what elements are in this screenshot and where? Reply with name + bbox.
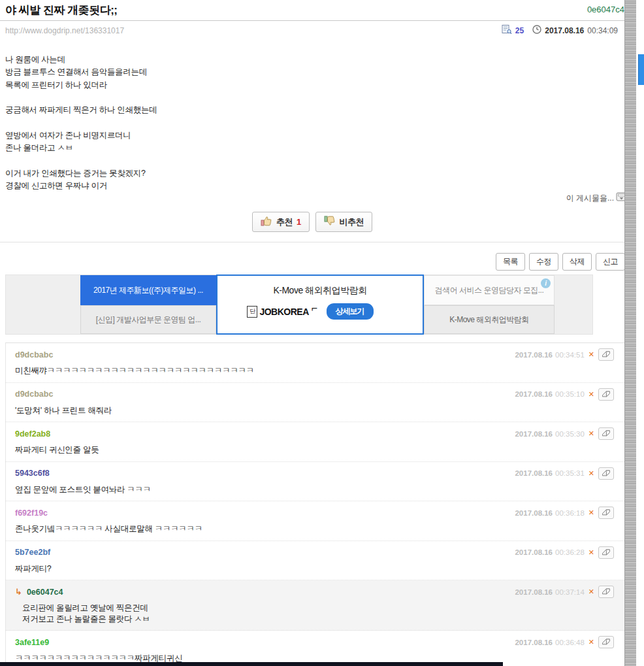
- post-meta-bar: http://www.dogdrip.net/136331017 25 2017…: [0, 20, 624, 37]
- ad-center[interactable]: K-Move 해외취업박람회 단 JOBKOREA ⌐ 상세보기: [216, 275, 424, 335]
- comment-meta: 2017.08.16 00:36:48 ✕: [515, 636, 614, 648]
- comment-head: ↳ 3afe11e9 2017.08.16 00:36:48 ✕: [15, 637, 614, 648]
- eraser-icon: [602, 548, 611, 558]
- comment-time: 00:36:18: [555, 509, 585, 517]
- comment-time: 00:36:48: [555, 639, 585, 646]
- comment-time: 00:37:14: [555, 588, 585, 596]
- post-author-id[interactable]: 0e6047c4: [587, 5, 624, 14]
- post-page: 야 씨발 진짜 개좆됫다;; 0e6047c4 http://www.dogdr…: [0, 0, 644, 666]
- post-time: 00:34:09: [587, 26, 618, 35]
- ad-right-bottom[interactable]: K-Move 해외취업박람회: [424, 305, 555, 334]
- eraser-icon: [602, 508, 611, 518]
- eraser-icon: [602, 390, 611, 399]
- comment-head: ↳ 5b7ee2bf 2017.08.16 00:36:28 ✕: [15, 547, 614, 558]
- jobkorea-logo: 단 JOBKOREA ⌐: [247, 306, 317, 318]
- share-post-label: 이 게시물을...: [566, 193, 614, 204]
- post-url[interactable]: http://www.dogdrip.net/136331017: [0, 26, 124, 35]
- comment-delete-x[interactable]: ✕: [587, 508, 596, 517]
- post-body-text: 나 원룸에 사는데 방금 블르투스 연결해서 음악들을려는데 목록에 프린터기 …: [5, 54, 462, 192]
- edit-button[interactable]: 수정: [529, 253, 558, 271]
- comment-row: ↳ d9dcbabc 2017.08.16 00:35:10 ✕ '도망쳐' 하…: [6, 383, 624, 423]
- ad-center-title: K-Move 해외취업박람회: [273, 285, 366, 297]
- info-icon[interactable]: i: [541, 278, 551, 288]
- comment-list: ↳ d9dcbabc 2017.08.16 00:34:51 ✕ 미친쌔꺄ㅋㅋㅋ…: [5, 342, 624, 666]
- comment-meta: 2017.08.16 00:37:14 ✕: [515, 586, 614, 598]
- comment-delete-x[interactable]: ✕: [587, 548, 596, 557]
- comment-author[interactable]: 3afe11e9: [15, 638, 49, 647]
- comment-delete-x[interactable]: ✕: [587, 429, 596, 438]
- comment-date: 2017.08.16: [515, 351, 553, 359]
- downvote-button[interactable]: 비추천: [315, 212, 373, 232]
- comment-author[interactable]: 5b7ee2bf: [15, 548, 50, 557]
- ad-detail-button[interactable]: 상세보기: [327, 303, 374, 320]
- report-button[interactable]: 신고: [596, 253, 625, 271]
- eraser-icon: [602, 429, 611, 439]
- comment-text: 옆집 문앞에 포스트잇 붙여놔라 ㅋㅋㅋ: [15, 484, 614, 495]
- comment-text: 짜파게티 귀신인줄 알듯: [15, 444, 614, 456]
- comment-row: ↳ d9dcbabc 2017.08.16 00:34:51 ✕ 미친쌔꺄ㅋㅋㅋ…: [6, 343, 624, 383]
- comment-eraser-button[interactable]: [598, 467, 614, 480]
- comment-text: 요리판에 올릴려고 옛날에 찍은건데 저거보고 존나 놀랄줄은 몰랏다 ㅅㅂ: [15, 603, 614, 624]
- comment-eraser-button[interactable]: [598, 348, 614, 361]
- share-post-link[interactable]: 이 게시물을...: [566, 192, 627, 204]
- ad-right-top-label: 검색어 서비스 운영담당자 모집...: [435, 285, 544, 296]
- comment-head: ↳ 0e6047c4 2017.08.16 00:37:14 ✕: [15, 586, 614, 597]
- comment-count[interactable]: 25: [515, 26, 524, 35]
- comment-author[interactable]: d9dcbabc: [15, 350, 53, 359]
- comment-author[interactable]: 0e6047c4: [27, 588, 63, 597]
- comment-date: 2017.08.16: [515, 390, 553, 398]
- comment-delete-x[interactable]: ✕: [587, 390, 596, 399]
- comment-author[interactable]: f692f19c: [15, 508, 48, 518]
- ad-right-top[interactable]: 검색어 서비스 운영담당자 모집... i: [424, 275, 555, 305]
- bottom-edge-bar: [0, 662, 503, 666]
- comment-eraser-button[interactable]: [598, 388, 614, 401]
- upvote-button[interactable]: 추천 1: [252, 212, 310, 232]
- comment-row: ↳ f692f19c 2017.08.16 00:36:18 ✕ 존나웃기넼ㅋㅋ…: [6, 501, 624, 541]
- thumbs-down-icon: [324, 216, 336, 228]
- clock-icon: [532, 25, 541, 36]
- comment-date: 2017.08.16: [515, 639, 553, 646]
- list-button[interactable]: 목록: [496, 253, 525, 271]
- delete-button[interactable]: 삭제: [562, 253, 592, 271]
- comment-eraser-button[interactable]: [598, 507, 614, 519]
- comment-time: 00:34:51: [555, 351, 585, 359]
- comment-author[interactable]: 5943c6f8: [15, 469, 50, 478]
- post-action-row: 목록 수정 삭제 신고: [496, 253, 625, 271]
- comment-text: 존나웃기넼ㅋㅋㅋㅋㅋㅋ 사실대로말해 ㅋㅋㅋㅋㅋㅋ: [15, 524, 614, 535]
- ad-left-bottom[interactable]: [신입] 개발사업부문 운영팀 업...: [80, 305, 216, 334]
- vote-row: 추천 1 비추천: [0, 212, 624, 232]
- ad-left-top[interactable]: 2017년 제주新보((주)제주일보) ...: [80, 275, 216, 305]
- post-date: 2017.08.16: [545, 26, 584, 35]
- downvote-label: 비추천: [340, 216, 364, 228]
- comment-delete-x[interactable]: ✕: [587, 350, 596, 359]
- page-title: 야 씨발 진짜 개좆됫다;;: [5, 3, 118, 18]
- comment-eraser-button[interactable]: [598, 586, 614, 598]
- comment-delete-x[interactable]: ✕: [587, 638, 596, 646]
- eraser-icon: [602, 350, 611, 359]
- comment-time: 00:35:10: [555, 390, 585, 398]
- comment-delete-x[interactable]: ✕: [587, 588, 596, 596]
- eraser-icon: [602, 469, 611, 478]
- comment-author[interactable]: d9dcbabc: [15, 390, 53, 399]
- comment-eraser-button[interactable]: [598, 427, 614, 440]
- comment-date: 2017.08.16: [515, 588, 553, 596]
- comment-eraser-button[interactable]: [598, 636, 614, 648]
- comment-head: ↳ 5943c6f8 2017.08.16 00:35:31 ✕: [15, 468, 614, 479]
- comment-head: ↳ d9dcbabc 2017.08.16 00:34:51 ✕: [15, 349, 614, 360]
- comment-time: 00:35:31: [555, 469, 585, 477]
- comment-meta: 2017.08.16 00:36:18 ✕: [515, 507, 614, 519]
- comment-time: 00:35:30: [555, 430, 585, 438]
- scrollbar-thumb[interactable]: [638, 54, 644, 85]
- comment-author[interactable]: 9def2ab8: [15, 429, 50, 439]
- comment-eraser-button[interactable]: [598, 546, 614, 559]
- comment-delete-x[interactable]: ✕: [587, 469, 596, 478]
- comment-meta: 2017.08.16 00:35:31 ✕: [515, 467, 614, 480]
- ad-center-row: 단 JOBKOREA ⌐ 상세보기: [247, 303, 373, 320]
- page-side-strip: [624, 0, 636, 666]
- comment-meta: 2017.08.16 00:34:51 ✕: [515, 348, 614, 361]
- comment-date: 2017.08.16: [515, 430, 553, 438]
- jobkorea-logo-badge: 단: [247, 306, 257, 318]
- comment-head: ↳ f692f19c 2017.08.16 00:36:18 ✕: [15, 507, 614, 518]
- comment-text: 미친쌔꺄ㅋㅋㅋㅋㅋㅋㅋㅋㅋㅋㅋㅋㅋㅋㅋㅋㅋㅋㅋㅋㅋㅋㅋㅋㅋㅋ: [15, 365, 614, 376]
- comment-text: 짜파게티?: [15, 563, 614, 574]
